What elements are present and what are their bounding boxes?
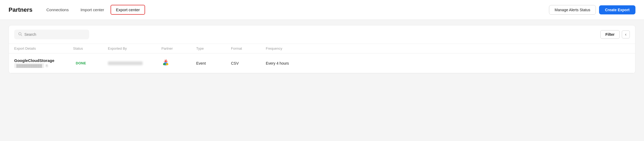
page-header: Partners Connections Import center Expor… [0,0,644,20]
gcp-partner-icon [161,58,170,67]
tab-export-center[interactable]: Export center [111,5,145,15]
export-name: GoogleCloudStorage [14,58,73,63]
content-panel: Filter ‹ Export Details Status Exported … [9,25,635,73]
collapse-button[interactable]: ‹ [622,30,630,38]
col-header-status: Status [73,46,108,50]
table-row: GoogleCloudStorage ▓▓▓▓▓▓▓▓▓▓▓ ⎘ DONE [9,53,635,73]
svg-point-3 [163,63,165,65]
export-sub: ▓▓▓▓▓▓▓▓▓▓▓ ⎘ [14,63,73,68]
svg-point-4 [166,63,168,65]
export-id-blurred: ▓▓▓▓▓▓▓▓▓▓▓ [14,63,44,68]
partner-cell [161,58,196,68]
chevron-left-icon: ‹ [625,32,626,37]
col-header-exported-by: Exported By [108,46,161,50]
search-bar: Filter ‹ [9,25,635,44]
tab-navigation: Connections Import center Export center [41,5,543,15]
exported-by-cell [108,61,161,65]
search-input[interactable] [24,32,85,37]
search-icon [18,32,22,37]
filter-button[interactable]: Filter [600,30,620,39]
tab-connections[interactable]: Connections [41,5,74,15]
svg-line-1 [21,35,22,36]
table-header: Export Details Status Exported By Partne… [9,44,635,53]
header-actions: Manage Alerts Status Create Export [549,5,635,15]
create-export-button[interactable]: Create Export [599,5,635,14]
col-header-partner: Partner [161,46,196,50]
filter-area: Filter ‹ [600,30,630,39]
copy-icon[interactable]: ⎘ [46,64,48,68]
page-title: Partners [9,6,32,13]
frequency-cell: Every 4 hours [266,61,630,65]
exports-table: Export Details Status Exported By Partne… [9,44,635,73]
manage-alerts-button[interactable]: Manage Alerts Status [549,5,596,15]
col-header-format: Format [231,46,266,50]
col-header-frequency: Frequency [266,46,630,50]
exported-by-value [108,61,143,65]
search-wrapper[interactable] [14,30,89,39]
col-header-type: Type [196,46,231,50]
type-cell: Event [196,61,231,65]
status-badge: DONE [73,60,89,66]
format-cell: CSV [231,61,266,65]
col-header-export-details: Export Details [14,46,73,50]
tab-import-center[interactable]: Import center [75,5,109,15]
export-details-cell: GoogleCloudStorage ▓▓▓▓▓▓▓▓▓▓▓ ⎘ [14,58,73,68]
status-cell: DONE [73,60,108,66]
